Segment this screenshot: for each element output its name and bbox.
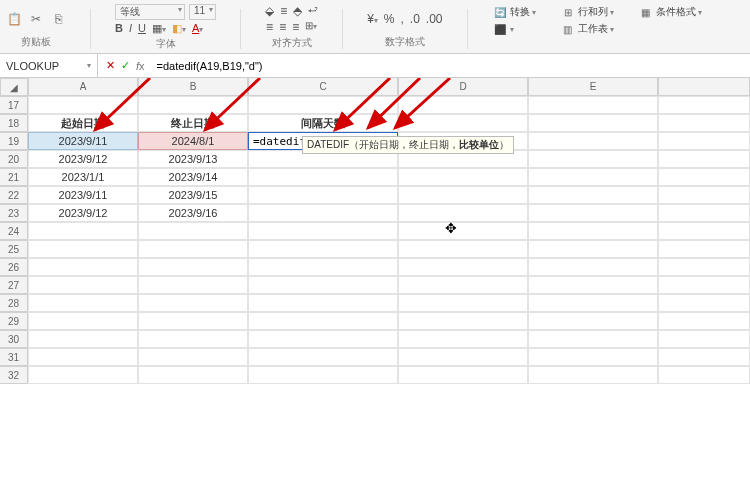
cell[interactable]: 2023/9/15 — [138, 186, 248, 204]
cell[interactable] — [658, 240, 750, 258]
cell[interactable] — [398, 258, 528, 276]
cell[interactable]: 2023/9/11 — [28, 186, 138, 204]
cell[interactable] — [398, 114, 528, 132]
row-head[interactable]: 32 — [0, 366, 28, 384]
col-head[interactable]: C — [248, 78, 398, 96]
insert-button[interactable]: 🔄转换▾ — [492, 4, 536, 20]
cell[interactable] — [398, 168, 528, 186]
cell[interactable]: 2023/9/13 — [138, 150, 248, 168]
inc-dec-icon[interactable]: .0 — [410, 12, 420, 26]
cell[interactable] — [398, 222, 528, 240]
cell[interactable] — [248, 240, 398, 258]
cell[interactable] — [658, 132, 750, 150]
cell[interactable] — [138, 294, 248, 312]
cell[interactable] — [138, 366, 248, 384]
cell[interactable] — [248, 204, 398, 222]
percent-icon[interactable]: % — [384, 12, 395, 26]
font-name-select[interactable]: 等线▾ — [115, 4, 185, 20]
cell[interactable] — [138, 330, 248, 348]
cell[interactable] — [28, 294, 138, 312]
cut-icon[interactable]: ✂ — [28, 11, 44, 27]
cell[interactable] — [658, 168, 750, 186]
paste-icon[interactable]: 📋 — [6, 11, 22, 27]
cell[interactable]: 2023/9/16 — [138, 204, 248, 222]
rowcol-button[interactable]: ⊞行和列▾ — [560, 4, 614, 20]
col-head[interactable]: A — [28, 78, 138, 96]
align-left-icon[interactable]: ≡ — [266, 20, 273, 34]
cell[interactable]: 2023/9/14 — [138, 168, 248, 186]
cell[interactable] — [138, 348, 248, 366]
cell[interactable] — [528, 312, 658, 330]
cell[interactable] — [658, 150, 750, 168]
align-center-icon[interactable]: ≡ — [279, 20, 286, 34]
row-head[interactable]: 21 — [0, 168, 28, 186]
wrap-button[interactable]: ⮐ — [308, 4, 318, 18]
cell[interactable] — [528, 240, 658, 258]
underline-button[interactable]: U — [138, 22, 146, 35]
cell[interactable] — [138, 222, 248, 240]
sheet-button[interactable]: ▥工作表▾ — [560, 21, 614, 37]
merge-button[interactable]: ⊞▾ — [305, 20, 317, 34]
cell[interactable] — [138, 312, 248, 330]
cell[interactable]: 2023/9/12 — [28, 204, 138, 222]
row-head[interactable]: 23 — [0, 204, 28, 222]
row-head[interactable]: 24 — [0, 222, 28, 240]
col-head[interactable]: E — [528, 78, 658, 96]
row-head[interactable]: 22 — [0, 186, 28, 204]
cancel-formula-icon[interactable]: ✕ — [106, 59, 115, 72]
cell[interactable] — [658, 276, 750, 294]
cell[interactable] — [398, 348, 528, 366]
align-mid-icon[interactable]: ≡ — [280, 4, 287, 18]
cell[interactable] — [658, 330, 750, 348]
cell[interactable]: 2023/1/1 — [28, 168, 138, 186]
cell[interactable]: 2023/9/11 — [28, 132, 138, 150]
cell[interactable] — [248, 348, 398, 366]
fill-color-button[interactable]: ◧▾ — [172, 22, 186, 35]
cell[interactable] — [528, 96, 658, 114]
cell[interactable]: 2023/9/12 — [28, 150, 138, 168]
cell[interactable] — [398, 186, 528, 204]
row-head[interactable]: 31 — [0, 348, 28, 366]
cell[interactable] — [658, 294, 750, 312]
cell[interactable] — [528, 276, 658, 294]
name-box[interactable]: VLOOKUP ▾ — [0, 54, 98, 77]
row-head[interactable]: 28 — [0, 294, 28, 312]
cell[interactable]: 起始日期 — [28, 114, 138, 132]
cell[interactable] — [528, 204, 658, 222]
cell[interactable] — [658, 96, 750, 114]
cell[interactable] — [138, 96, 248, 114]
cell[interactable] — [528, 294, 658, 312]
fill-button[interactable]: ⬛▾ — [492, 21, 536, 37]
italic-button[interactable]: I — [129, 22, 132, 35]
cell[interactable] — [28, 312, 138, 330]
cell[interactable]: 终止日期 — [138, 114, 248, 132]
cell[interactable] — [28, 240, 138, 258]
cell[interactable] — [28, 366, 138, 384]
cell[interactable] — [528, 330, 658, 348]
currency-icon[interactable]: ¥▾ — [367, 12, 378, 26]
cell[interactable] — [248, 222, 398, 240]
copy-icon[interactable]: ⎘ — [50, 11, 66, 27]
cell[interactable] — [248, 96, 398, 114]
cond-format-button[interactable]: ▦条件格式▾ — [638, 4, 702, 20]
cell[interactable] — [528, 150, 658, 168]
cell[interactable] — [28, 96, 138, 114]
worksheet-grid[interactable]: ◢ A B C D E 1718起始日期终止日期间隔天数192023/9/112… — [0, 78, 750, 384]
cell[interactable] — [528, 366, 658, 384]
col-head[interactable]: D — [398, 78, 528, 96]
cell[interactable] — [658, 348, 750, 366]
cell[interactable] — [248, 312, 398, 330]
row-head[interactable]: 30 — [0, 330, 28, 348]
cell[interactable] — [528, 348, 658, 366]
cell[interactable] — [28, 348, 138, 366]
font-size-select[interactable]: 11▾ — [189, 4, 216, 20]
row-head[interactable]: 17 — [0, 96, 28, 114]
cell[interactable] — [248, 366, 398, 384]
comma-icon[interactable]: , — [401, 12, 404, 26]
cell[interactable] — [248, 276, 398, 294]
cell[interactable] — [138, 240, 248, 258]
fx-icon[interactable]: fx — [136, 60, 145, 72]
cell[interactable] — [248, 186, 398, 204]
cell[interactable] — [28, 222, 138, 240]
row-head[interactable]: 29 — [0, 312, 28, 330]
